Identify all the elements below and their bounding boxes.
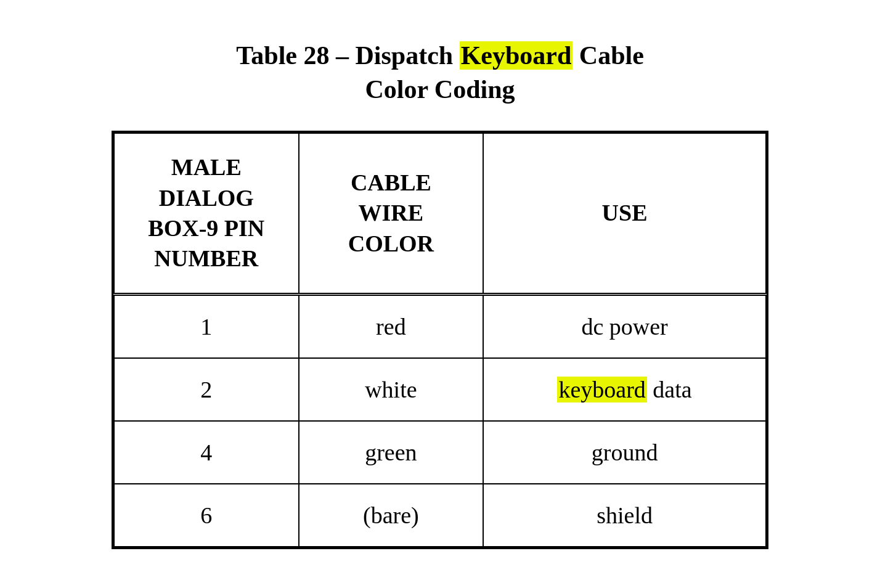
header-color: CABLEWIRECOLOR: [299, 133, 484, 294]
header-use: USE: [483, 133, 766, 294]
table-row: 6 (bare) shield: [114, 484, 766, 547]
cell-color-2: white: [299, 358, 484, 421]
page-title: Table 28 – Dispatch Keyboard Cable Color…: [236, 39, 644, 106]
cell-color-4: green: [299, 421, 484, 484]
cable-color-table: MALEDIALOGBOX-9 PINNUMBER CABLEWIRECOLOR…: [113, 133, 767, 547]
table-row: 2 white keyboard data: [114, 358, 766, 421]
title-keyword-highlight: Keyboard: [460, 41, 573, 70]
cell-pin-4: 4: [114, 421, 299, 484]
cell-pin-6: 6: [114, 484, 299, 547]
use-keyword-highlight: keyboard: [557, 377, 646, 402]
cell-use-6: shield: [483, 484, 766, 547]
title-suffix: Cable: [572, 41, 644, 70]
table-row: 1 red dc power: [114, 294, 766, 358]
title-line2: Color Coding: [365, 75, 515, 104]
page-container: Table 28 – Dispatch Keyboard Cable Color…: [0, 0, 880, 588]
table-row: 4 green ground: [114, 421, 766, 484]
cell-pin-1: 1: [114, 294, 299, 358]
title-prefix: Table 28 – Dispatch: [236, 41, 460, 70]
table-header-row: MALEDIALOGBOX-9 PINNUMBER CABLEWIRECOLOR…: [114, 133, 766, 294]
cell-color-6: (bare): [299, 484, 484, 547]
table-wrapper: MALEDIALOGBOX-9 PINNUMBER CABLEWIRECOLOR…: [112, 131, 768, 549]
header-pin: MALEDIALOGBOX-9 PINNUMBER: [114, 133, 299, 294]
cell-pin-2: 2: [114, 358, 299, 421]
cell-use-4: ground: [483, 421, 766, 484]
title-line1: Table 28 – Dispatch Keyboard Cable: [236, 41, 644, 70]
cell-color-1: red: [299, 294, 484, 358]
cell-use-2: keyboard data: [483, 358, 766, 421]
cell-use-1: dc power: [483, 294, 766, 358]
